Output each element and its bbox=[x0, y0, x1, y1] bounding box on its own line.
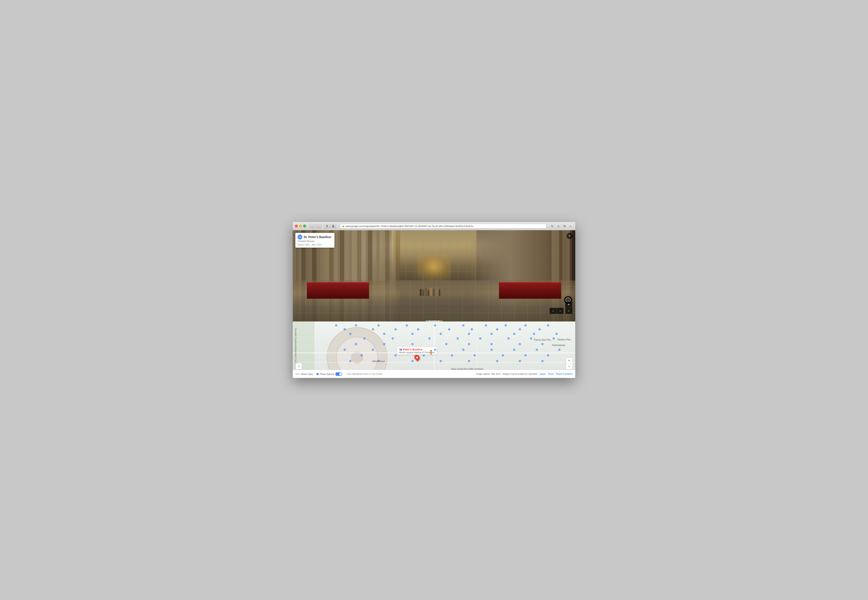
font-small-button[interactable]: A bbox=[324, 224, 330, 228]
forward-button[interactable]: › bbox=[316, 224, 322, 228]
map-attribution: Image capture: Mar 2015 Images may be su… bbox=[476, 373, 573, 375]
map-zoom-in-button[interactable]: + bbox=[566, 358, 572, 364]
photo-sphere-legend-label: Photo Sphere bbox=[320, 373, 334, 376]
street-label-1: Via delle Fondamenta bbox=[294, 328, 297, 349]
legend-photo-dot bbox=[316, 373, 319, 375]
avatar: CS bbox=[297, 235, 302, 239]
person-silhouette bbox=[439, 289, 440, 296]
street-label-2: Via delle Fond... bbox=[294, 348, 297, 364]
map-expand-button[interactable]: ⤢ bbox=[296, 363, 302, 369]
toolbar-right: ↻ ⎋ ⧉ ＋ bbox=[550, 224, 573, 228]
svg-marker-1 bbox=[568, 298, 569, 300]
basilica-panorama bbox=[293, 230, 575, 321]
more-options-button[interactable]: ⋯ bbox=[329, 235, 333, 239]
pin-icon bbox=[413, 354, 421, 362]
date-info: Street View · Mar 2015 bbox=[297, 243, 332, 246]
map-zoom-controls: + − bbox=[566, 358, 572, 369]
map-zoom-out-button[interactable]: − bbox=[566, 364, 572, 369]
person-silhouette bbox=[433, 289, 435, 296]
back-button[interactable]: ‹ bbox=[310, 224, 315, 228]
nav-buttons: ‹ › bbox=[310, 224, 322, 228]
person-silhouette bbox=[430, 288, 432, 296]
title-bar: ‹ › A A 🔒 www.google.com/maps/place/St.+… bbox=[293, 222, 575, 230]
close-button[interactable] bbox=[295, 224, 298, 227]
street-view-panel: CS St. Peter's Basilica Christof Strauss… bbox=[293, 230, 575, 321]
copy-icon[interactable]: ⧉ bbox=[562, 224, 567, 228]
map-legend: Street View Photo Sphere Click highlight… bbox=[293, 370, 575, 378]
sv-zoom-out-button[interactable]: − bbox=[565, 308, 572, 314]
share-icon[interactable]: ⎋ bbox=[556, 224, 561, 228]
address-bar[interactable]: 🔒 www.google.com/maps/place/St.+Peter's+… bbox=[340, 224, 546, 229]
progress-dot bbox=[429, 321, 430, 321]
sv-zoom-in-button[interactable]: + bbox=[565, 302, 572, 308]
person-silhouette bbox=[436, 287, 438, 296]
person-silhouette bbox=[428, 290, 429, 296]
photo-sphere-toggle[interactable] bbox=[335, 372, 342, 376]
person-silhouette bbox=[425, 288, 427, 296]
browser-window: ‹ › A A 🔒 www.google.com/maps/place/St.+… bbox=[293, 222, 575, 378]
legend-street-line bbox=[295, 374, 300, 374]
sv-nav-arrows: ‹ › bbox=[549, 308, 563, 314]
sv-prev-button[interactable]: ‹ bbox=[549, 308, 557, 314]
report-link[interactable]: Report a problem bbox=[556, 373, 573, 375]
piazza-san-pietro-label: Piazza San Piet... bbox=[534, 338, 553, 341]
minimize-button[interactable] bbox=[299, 224, 302, 227]
legend-note: Click highlighted areas to see images bbox=[347, 373, 383, 375]
street-view-image[interactable] bbox=[293, 230, 575, 321]
sv-zoom-controls: + − bbox=[565, 302, 572, 314]
pegman-icon[interactable]: 🧍 bbox=[428, 350, 434, 355]
image-capture-text: Image capture: Mar 2015 bbox=[476, 373, 501, 375]
font-size-controls: A A bbox=[324, 224, 336, 228]
street-view-legend: Street View bbox=[295, 373, 313, 376]
red-barrier-left bbox=[307, 282, 369, 299]
security-icon: 🔒 bbox=[342, 225, 344, 227]
obelisco-label: Obelisco Plaz... bbox=[557, 338, 572, 341]
people-group bbox=[420, 281, 547, 296]
maximize-button[interactable] bbox=[303, 224, 306, 227]
add-tab-icon[interactable]: ＋ bbox=[568, 224, 573, 228]
traffic-lights bbox=[295, 224, 306, 227]
person-silhouette bbox=[422, 290, 424, 296]
contributor-name: Christof Strauss bbox=[297, 240, 332, 242]
font-large-button[interactable]: A bbox=[330, 224, 336, 228]
person-silhouette bbox=[420, 289, 422, 296]
photo-sphere-legend: Photo Sphere bbox=[316, 372, 342, 376]
location-name: CS St. Peter's Basilica bbox=[297, 235, 332, 239]
url-text: www.google.com/maps/place/St.+Peter's+Ba… bbox=[345, 225, 473, 227]
refresh-icon[interactable]: ↻ bbox=[550, 224, 555, 228]
copyright-text: Images may be subject to copyright. bbox=[503, 373, 537, 375]
close-streetview-button[interactable]: × bbox=[566, 233, 573, 239]
progress-dot bbox=[438, 321, 439, 321]
street-view-legend-label: Street View bbox=[301, 373, 313, 376]
altar-glow bbox=[417, 253, 451, 280]
terms-link[interactable]: Terms bbox=[548, 373, 554, 375]
progress-bar bbox=[431, 321, 437, 321]
sv-info-panel: CS St. Peter's Basilica Christof Strauss… bbox=[295, 233, 334, 248]
ufficio-scavi-label: Ufficio Scavi bbox=[372, 360, 385, 362]
sv-next-button[interactable]: › bbox=[557, 308, 563, 314]
cittavat-label: PietòCittàVati... bbox=[552, 344, 567, 347]
country-link[interactable]: Japan bbox=[540, 373, 545, 375]
map-panel[interactable]: Via delle Fondamenta Via delle Fond... P… bbox=[293, 321, 575, 378]
